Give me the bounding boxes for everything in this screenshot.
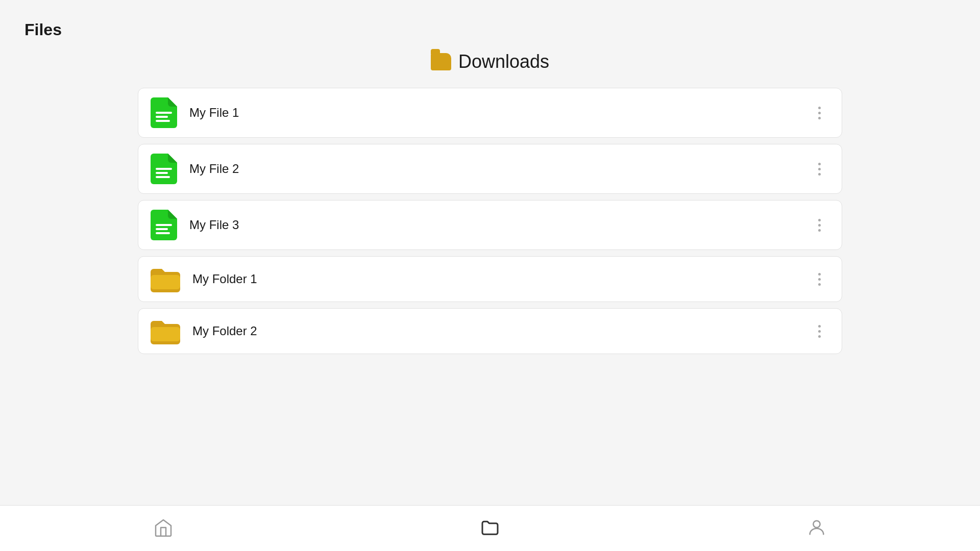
more-options-button[interactable] xyxy=(809,321,829,341)
more-dots-icon xyxy=(818,273,821,286)
more-dots-icon xyxy=(818,163,821,176)
nav-files[interactable] xyxy=(470,513,510,544)
more-options-button[interactable] xyxy=(809,269,829,289)
list-item[interactable]: My Folder 2 xyxy=(138,308,842,354)
bottom-navigation xyxy=(0,505,980,551)
section-header: Downloads xyxy=(431,51,549,72)
list-item[interactable]: My File 2 xyxy=(138,144,842,194)
svg-rect-9 xyxy=(151,275,180,289)
item-name: My File 2 xyxy=(189,162,809,176)
item-name: My File 3 xyxy=(189,218,809,232)
svg-rect-5 xyxy=(156,176,170,178)
nav-profile[interactable] xyxy=(796,513,837,544)
section-title: Downloads xyxy=(458,51,549,72)
list-item[interactable]: My Folder 1 xyxy=(138,256,842,302)
svg-rect-4 xyxy=(156,172,168,174)
file-icon xyxy=(151,97,177,128)
file-icon xyxy=(151,210,177,240)
more-options-button[interactable] xyxy=(809,159,829,179)
svg-point-11 xyxy=(813,520,820,527)
item-name: My Folder 1 xyxy=(192,272,809,286)
list-item[interactable]: My File 3 xyxy=(138,200,842,250)
svg-rect-0 xyxy=(156,112,172,114)
more-dots-icon xyxy=(818,219,821,232)
svg-rect-10 xyxy=(151,327,180,341)
more-dots-icon xyxy=(818,325,821,338)
svg-rect-2 xyxy=(156,120,170,122)
downloads-folder-icon xyxy=(431,53,451,70)
file-icon xyxy=(151,154,177,184)
svg-rect-3 xyxy=(156,168,172,170)
svg-rect-8 xyxy=(156,232,170,234)
item-name: My File 1 xyxy=(189,106,809,120)
item-name: My Folder 2 xyxy=(192,324,809,338)
file-list: My File 1 My File 2 xyxy=(138,88,842,360)
more-dots-icon xyxy=(818,107,821,119)
person-icon xyxy=(806,517,827,540)
folder-nav-icon xyxy=(480,517,500,540)
more-options-button[interactable] xyxy=(809,103,829,123)
folder-icon xyxy=(151,318,180,344)
more-options-button[interactable] xyxy=(809,215,829,235)
svg-rect-1 xyxy=(156,116,168,118)
nav-home[interactable] xyxy=(143,513,184,544)
svg-rect-7 xyxy=(156,228,168,230)
list-item[interactable]: My File 1 xyxy=(138,88,842,138)
home-icon xyxy=(153,517,174,540)
folder-icon xyxy=(151,266,180,292)
svg-rect-6 xyxy=(156,224,172,226)
